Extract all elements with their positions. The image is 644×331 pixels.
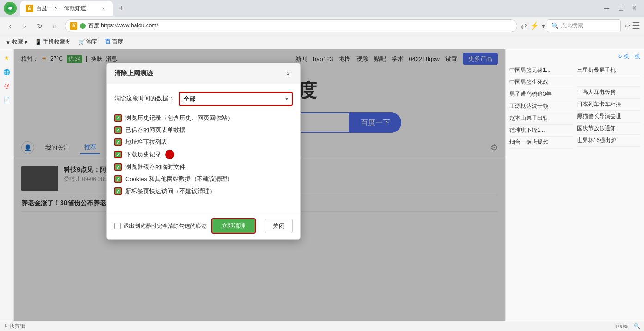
close-dialog-button[interactable]: 关闭 <box>265 219 293 233</box>
hot-item-r-5[interactable]: 国庆节放假通知 <box>577 123 641 135</box>
time-range-select-wrap: 全部 最近1小时 最近24小时 最近7天 最近4周 ▼ <box>179 92 293 106</box>
modal-title: 清除上网痕迹 <box>114 69 153 78</box>
baidu-bm-icon: 百 <box>105 38 110 46</box>
share-icon[interactable]: ⇄ <box>521 21 527 30</box>
status-right: 100% 🔍 <box>615 323 640 329</box>
time-range-select[interactable]: 全部 最近1小时 最近24小时 最近7天 最近4周 <box>179 92 293 106</box>
checkbox-label-2: 地址栏下拉列表 <box>125 138 167 146</box>
browser-frame: 百 百度一下，你就知道 × + ─ □ × ‹ › ↻ ⌂ 百 百度 https… <box>0 0 644 331</box>
address-bar[interactable]: 百 百度 https://www.baidu.com/ <box>65 19 517 32</box>
download-icon: ⬇ <box>4 323 8 329</box>
checkbox-row-0: ✓ 浏览历史记录（包含历史、网页回收站） <box>114 112 293 124</box>
sidebar-icon-email[interactable]: @ <box>1 81 12 92</box>
sidebar-icon-star[interactable]: ★ <box>1 53 12 64</box>
checkbox-label-0: 浏览历史记录（包含历史、网页回收站） <box>125 114 233 122</box>
right-panel: ↻ 换一换 中国男篮无缘1... 中国男篮生死战 男子遭乌鸦追3年 王源抵达波士… <box>505 49 644 321</box>
tab-bar: 百 百度一下，你就知道 × + <box>20 1 601 16</box>
tab-close-btn[interactable]: × <box>100 5 107 12</box>
sidebar-icon-weibo[interactable]: 🌐 <box>1 67 12 78</box>
taobao-icon: 🛒 <box>78 39 85 45</box>
checkbox-row-6: ✓ 新标签页快速访问（不建议清理） <box>114 185 293 197</box>
hot-item-l-6[interactable]: 烟台一饭店爆炸 <box>509 137 573 149</box>
more-tools-icon[interactable]: ☰ <box>632 20 640 31</box>
checkbox-3[interactable]: ✓ <box>114 151 122 158</box>
title-bar: 百 百度一下，你就知道 × + ─ □ × <box>0 0 644 17</box>
expand-icon[interactable]: ▾ <box>542 22 545 30</box>
checkbox-label-4: 浏览器缓存的临时文件 <box>125 163 185 171</box>
status-bar: ⬇ 快剪辑 100% 🔍 <box>0 321 644 331</box>
hot-columns: 中国男篮无缘1... 中国男篮生死战 男子遭乌鸦追3年 王源抵达波士顿 赵本山弟… <box>509 64 640 149</box>
bookmark-item-collections[interactable]: ★ 收藏 ▾ <box>4 37 29 47</box>
modal-header: 清除上网痕迹 × <box>107 63 300 84</box>
hot-item-l-2[interactable]: 男子遭乌鸦追3年 <box>509 88 573 100</box>
left-sidebar: ★ 🌐 @ 📄 <box>0 49 14 321</box>
time-range-row: 清除这段时间的数据： 全部 最近1小时 最近24小时 最近7天 最近4周 ▼ <box>114 92 293 106</box>
address-favicon: 百 <box>70 22 77 30</box>
modal-body: 清除这段时间的数据： 全部 最近1小时 最近24小时 最近7天 最近4周 ▼ <box>107 84 300 212</box>
hot-item-r-2[interactable]: 三高人群电饭煲 <box>577 87 641 99</box>
checkbox-5[interactable]: ✓ <box>114 175 122 183</box>
refresh-button[interactable]: ↻ <box>33 19 46 32</box>
checkbox-1[interactable]: ✓ <box>114 126 122 134</box>
exit-clear-option: 退出浏览器时完全清除勾选的痕迹 <box>114 222 207 230</box>
bookmark-item-baidu[interactable]: 百 百度 <box>103 37 125 47</box>
forward-button[interactable]: › <box>18 19 31 32</box>
close-window-icon[interactable]: × <box>629 4 640 12</box>
hot-item-r-1[interactable] <box>577 76 641 87</box>
star-icon: ★ <box>6 39 11 45</box>
hot-item-l-4[interactable]: 赵本山弟子出轨 <box>509 112 573 125</box>
undo-icon[interactable]: ↩ <box>625 22 630 30</box>
nav-bar: ‹ › ↻ ⌂ 百 百度 https://www.baidu.com/ ⇄ ⚡ … <box>0 17 644 35</box>
loading-indicator <box>165 150 174 159</box>
address-text: 百度 https://www.baidu.com/ <box>88 22 512 30</box>
checkbox-row-1: ✓ 已保存的网页表单数据 <box>114 124 293 136</box>
minimize-icon[interactable]: ─ <box>601 4 613 12</box>
modal-footer: 退出浏览器时完全清除勾选的痕迹 立即清理 关闭 <box>107 212 300 239</box>
checkbox-0[interactable]: ✓ <box>114 114 122 122</box>
modal-close-button[interactable]: × <box>283 69 293 78</box>
search-icon: 🔍 <box>551 22 559 30</box>
refresh-hot-button[interactable]: ↻ 换一换 <box>618 53 640 61</box>
back-button[interactable]: ‹ <box>4 19 17 32</box>
hot-item-l-5[interactable]: 范玮琪下缝1... <box>509 125 573 137</box>
status-text: 快剪辑 <box>10 323 25 330</box>
maximize-icon[interactable]: □ <box>615 4 627 12</box>
checkbox-label-1: 已保存的网页表单数据 <box>125 126 185 134</box>
search-box[interactable]: 🔍 点此搜索 <box>547 19 621 32</box>
main-content: 梅州： ☀ 27°C 优 34 | 换肤 消息 新闻 hao123 地图 视频 … <box>14 49 505 321</box>
hot-item-l-3[interactable]: 王源抵达波士顿 <box>509 100 573 112</box>
home-button[interactable]: ⌂ <box>48 19 61 32</box>
bookmark-item-mobile[interactable]: 📱 手机收藏夹 <box>33 37 73 47</box>
nav-right-tools: ⇄ ⚡ ▾ <box>521 21 545 30</box>
bookmark-item-taobao[interactable]: 🛒 淘宝 <box>76 37 99 47</box>
checkbox-6[interactable]: ✓ <box>114 187 122 195</box>
hot-col-left: 中国男篮无缘1... 中国男篮生死战 男子遭乌鸦追3年 王源抵达波士顿 赵本山弟… <box>509 64 573 149</box>
active-tab[interactable]: 百 百度一下，你就知道 × <box>20 1 113 16</box>
hot-item-r-4[interactable]: 黑猫警长导演去世 <box>577 111 641 123</box>
tab-favicon: 百 <box>26 5 33 12</box>
new-tab-button[interactable]: + <box>115 2 128 15</box>
hot-item-r-3[interactable]: 日本列车卡车相撞 <box>577 99 641 111</box>
checkbox-2[interactable]: ✓ <box>114 138 122 146</box>
exit-clear-label: 退出浏览器时完全清除勾选的痕迹 <box>123 222 207 230</box>
status-zoom: 100% <box>615 324 628 329</box>
window-controls: ─ □ × <box>601 4 640 12</box>
tab-title: 百度一下，你就知道 <box>36 5 98 12</box>
checkbox-row-5: ✓ Cookies 和其他网站数据（不建议清理） <box>114 173 293 185</box>
lightning-icon[interactable]: ⚡ <box>530 21 539 30</box>
status-left: ⬇ 快剪辑 <box>4 323 25 330</box>
zoom-icon: 🔍 <box>634 323 640 329</box>
hot-item-l-1[interactable]: 中国男篮生死战 <box>509 76 573 88</box>
bookmark-label: 百度 <box>112 38 123 46</box>
checkbox-4[interactable]: ✓ <box>114 163 122 171</box>
clear-now-button[interactable]: 立即清理 <box>211 218 256 234</box>
hot-item-l-0[interactable]: 中国男篮无缘1... <box>509 64 573 76</box>
hot-item-r-0[interactable]: 三星折叠屏手机 <box>577 64 641 76</box>
exit-clear-checkbox[interactable] <box>114 223 121 229</box>
phone-icon: 📱 <box>35 39 42 45</box>
sidebar-icon-doc[interactable]: 📄 <box>1 94 12 106</box>
hot-col-right: 三星折叠屏手机 三高人群电饭煲 日本列车卡车相撞 黑猫警长导演去世 国庆节放假通… <box>577 64 641 149</box>
hot-item-r-6[interactable]: 世界杯16强出炉 <box>577 135 641 147</box>
bookmarks-bar: ★ 收藏 ▾ 📱 手机收藏夹 🛒 淘宝 百 百度 <box>0 35 644 49</box>
bookmark-label: 手机收藏夹 <box>43 38 71 46</box>
